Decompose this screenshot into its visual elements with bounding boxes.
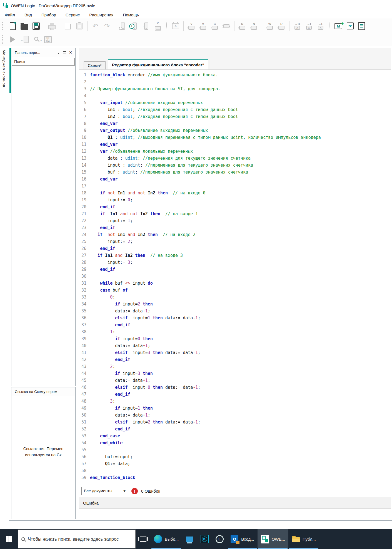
- convert-to-int-button[interactable]: →IX: [303, 20, 315, 32]
- code-line: 57 Q1:= data;: [79, 460, 391, 467]
- code-line: 46 elsif input=0 then data:= data-1;: [79, 384, 391, 391]
- function-block-editor-button[interactable]: fx: [344, 20, 356, 32]
- variables-table-button[interactable]: V: [152, 20, 164, 32]
- paste-button[interactable]: [74, 20, 85, 32]
- variables-search-input[interactable]: [12, 58, 75, 66]
- taskbar-item-task-view[interactable]: [136, 529, 151, 549]
- print-button[interactable]: [46, 20, 58, 32]
- redo-button[interactable]: ↷: [101, 20, 113, 32]
- schema-reference-panel: Ссылка на Схему перем Ссылок нет. Переме…: [11, 387, 76, 519]
- line-content: end_if: [88, 266, 115, 273]
- line-number: 24: [79, 231, 86, 238]
- block-network-out-button[interactable]: N: [248, 20, 260, 32]
- block-constant-button[interactable]: C: [209, 20, 221, 32]
- sidebar-tab-screen-manager[interactable]: Менеджер экранов: [2, 50, 6, 87]
- menu-bar: ФайлВидПриборСервисРасширенияПомощь: [0, 11, 392, 19]
- explorer-folder-label: Публ...: [303, 537, 316, 542]
- line-content: if In1 and not In2 then // на входе 1: [88, 210, 198, 217]
- toolbar-separator: [289, 21, 289, 31]
- copy-button[interactable]: [62, 20, 74, 32]
- line-content: [88, 273, 90, 280]
- device-search-button[interactable]: [117, 20, 129, 32]
- line-number: 3: [79, 86, 86, 92]
- taskbar-item-kompas-app[interactable]: K: [197, 529, 212, 549]
- line-number: 48: [79, 398, 86, 405]
- block-write-var-button[interactable]: W: [264, 20, 276, 32]
- line-number: 41: [79, 349, 86, 356]
- taskbar-search[interactable]: [18, 530, 136, 548]
- line-content: In1 : bool; //входная переменная с типом…: [88, 106, 238, 113]
- convert-to-int-label: →I: [307, 22, 311, 26]
- menu-item-1[interactable]: Вид: [24, 12, 32, 17]
- document-filter-dropdown[interactable]: Все документы ▼: [81, 487, 128, 495]
- menu-item-0[interactable]: Файл: [5, 12, 15, 17]
- add-macro-button[interactable]: M: [333, 20, 344, 32]
- code-line: 56 buf:=input;: [79, 453, 391, 460]
- menu-item-3[interactable]: Сервис: [66, 12, 80, 17]
- pin-button[interactable]: [55, 49, 61, 56]
- block-input-button[interactable]: V: [186, 20, 197, 32]
- new-project-button[interactable]: [7, 20, 19, 32]
- block-comment-button[interactable]: [221, 20, 232, 32]
- taskbar-item-edge-browser[interactable]: Выбо...: [151, 529, 182, 549]
- task-view-icon: [140, 537, 146, 542]
- taskbar-search-input[interactable]: [28, 537, 132, 542]
- line-content: input:= 0;: [88, 197, 133, 204]
- tab-function-block-editor[interactable]: Редактор функционального блока "encoder": [108, 59, 208, 69]
- line-content: [88, 79, 90, 86]
- code-line: 4: [79, 92, 391, 99]
- taskbar-item-explorer-folder[interactable]: Публ...: [288, 529, 319, 549]
- taskbar-item-logic-app[interactable]: L: [212, 529, 227, 549]
- copy-icon: [66, 24, 71, 29]
- code-line: 37 end_if: [79, 322, 391, 329]
- block-network-in-button[interactable]: N: [236, 20, 248, 32]
- explorer-folder-icon: [292, 537, 300, 542]
- menu-item-2[interactable]: Прибор: [41, 12, 56, 17]
- line-content: elsif input=3 then data:= data-1;: [88, 349, 200, 356]
- run-simulation-button[interactable]: [7, 33, 19, 46]
- code-line: 2: [79, 79, 391, 86]
- line-number: 6: [79, 106, 86, 113]
- close-panel-button[interactable]: ×: [68, 49, 74, 56]
- convert-to-float-button[interactable]: →FX: [315, 20, 326, 32]
- menu-item-5[interactable]: Помощь: [123, 12, 139, 17]
- toolbar-separator: [262, 21, 262, 31]
- block-read-var-button[interactable]: R: [276, 20, 287, 32]
- clock-schedule-button[interactable]: A: [170, 20, 181, 32]
- device-write-button[interactable]: [140, 20, 152, 32]
- save-project-button[interactable]: [30, 20, 42, 32]
- document-extra-icon: [358, 22, 365, 30]
- line-number: 35: [79, 308, 86, 315]
- line-content: end_var: [88, 120, 118, 127]
- dock-tab-strip: Менеджер экранов: [0, 46, 9, 521]
- block-constant-icon: [212, 26, 218, 30]
- line-number: 36: [79, 315, 86, 322]
- taskbar-item-owen-logic[interactable]: OWE...: [258, 529, 288, 549]
- code-line: 20 end_if: [79, 204, 391, 210]
- maximize-button[interactable]: [61, 49, 68, 56]
- menu-item-4[interactable]: Расширения: [89, 12, 113, 17]
- line-number: 11: [79, 141, 86, 148]
- line-number: 19: [79, 197, 86, 204]
- taskbar-item-outlook[interactable]: OВход...: [227, 529, 257, 549]
- undo-button[interactable]: ↶: [89, 20, 101, 32]
- taskbar-item-remote-desktop[interactable]: [182, 529, 197, 549]
- device-info-button[interactable]: [129, 20, 140, 32]
- display-panel-button[interactable]: 1|2 3|4: [42, 33, 54, 46]
- block-output-button[interactable]: V: [197, 20, 209, 32]
- line-number: 16: [79, 176, 86, 183]
- upload-to-device-button[interactable]: [19, 33, 30, 46]
- tab-schema[interactable]: Схема*: [84, 61, 106, 69]
- convert-to-bool-button[interactable]: →BX: [291, 20, 303, 32]
- line-content: end_function_block: [88, 474, 135, 481]
- line-number: 22: [79, 217, 86, 224]
- line-content: [88, 92, 90, 99]
- open-project-button[interactable]: [19, 20, 30, 32]
- device-info-icon: [133, 22, 137, 30]
- online-monitor-button[interactable]: [30, 33, 42, 46]
- start-button[interactable]: [0, 529, 18, 549]
- line-number: 46: [79, 384, 86, 391]
- st-code-editor[interactable]: 1function_block encoder //имя функционал…: [79, 70, 391, 485]
- document-extra-button[interactable]: [356, 20, 368, 32]
- line-content: // Пример функционального блока на ST, д…: [88, 86, 221, 92]
